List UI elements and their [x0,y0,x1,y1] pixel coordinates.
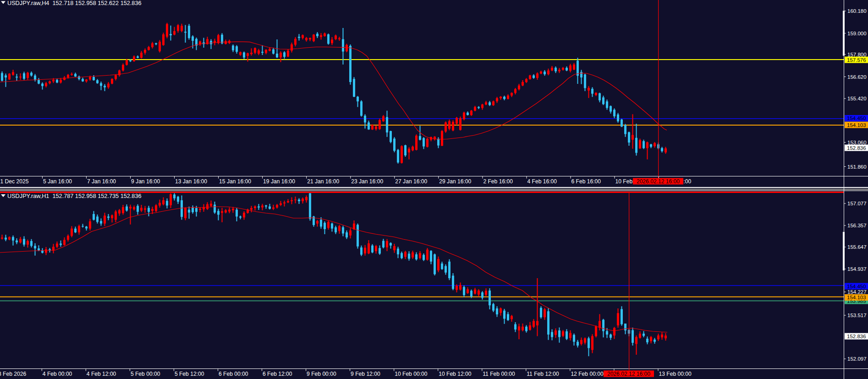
svg-text:156.357: 156.357 [847,223,867,228]
svg-text:6 Feb 16:00: 6 Feb 16:00 [571,178,601,185]
svg-text:2 Feb 16:00: 2 Feb 16:00 [483,178,513,185]
svg-text:154.103: 154.103 [847,295,866,300]
svg-text:5 Feb 00:00: 5 Feb 00:00 [131,371,160,377]
svg-text:23 Jan 16:00: 23 Jan 16:00 [351,178,383,185]
svg-text:9 Jan 16:00: 9 Jan 16:00 [131,178,160,185]
svg-text:19 Jan 16:00: 19 Jan 16:00 [263,178,295,185]
svg-text:2026.02.12 16:00: 2026.02.12 16:00 [637,178,680,185]
svg-text:151.860: 151.860 [847,164,867,170]
svg-text:154.450: 154.450 [847,284,866,289]
svg-text:153.060: 153.060 [847,140,867,145]
svg-text:157.576: 157.576 [847,57,866,63]
svg-text:154.937: 154.937 [847,266,867,272]
svg-text:9 Feb 00:00: 9 Feb 00:00 [307,371,336,377]
svg-text:USDJPY.raw,H4 152.718 152.958: USDJPY.raw,H4 152.718 152.958 152.622 15… [7,0,142,6]
svg-text:155.420: 155.420 [847,96,867,101]
svg-text:11 Feb 00:00: 11 Feb 00:00 [483,371,515,377]
svg-text:160.180: 160.180 [847,8,867,14]
svg-text:5 Feb 12:00: 5 Feb 12:00 [175,371,204,377]
svg-text:4 Feb 00:00: 4 Feb 00:00 [43,371,72,377]
svg-text:5 Jan 16:00: 5 Jan 16:00 [43,178,72,185]
svg-text:152.836: 152.836 [847,334,866,339]
svg-text:154.227: 154.227 [847,289,867,295]
svg-text:10 Feb 00:00: 10 Feb 00:00 [395,371,428,377]
svg-text:154.450: 154.450 [847,115,866,121]
svg-text:4 Feb 16:00: 4 Feb 16:00 [527,178,557,185]
svg-text:29 Jan 16:00: 29 Jan 16:00 [439,178,471,185]
svg-text:21 Jan 16:00: 21 Jan 16:00 [307,178,339,185]
svg-text:27 Jan 16:00: 27 Jan 16:00 [395,178,427,185]
svg-text:155.647: 155.647 [847,244,867,250]
svg-text::00: :00 [684,178,692,185]
svg-text:13 Jan 16:00: 13 Jan 16:00 [175,178,207,185]
svg-text:10 Feb 12:00: 10 Feb 12:00 [439,371,472,377]
svg-text:12 Feb 00:00: 12 Feb 00:00 [571,371,604,377]
svg-text:2026.02.12 16:00: 2026.02.12 16:00 [607,371,650,377]
svg-text:3 Feb 2026: 3 Feb 2026 [0,371,26,377]
svg-text:9 Feb 12:00: 9 Feb 12:00 [351,371,380,377]
svg-text:157.077: 157.077 [847,201,867,206]
svg-text:6 Feb 00:00: 6 Feb 00:00 [219,371,248,377]
svg-text:7 Jan 16:00: 7 Jan 16:00 [87,178,116,185]
svg-text:159.000: 159.000 [847,31,867,36]
svg-text:152.836: 152.836 [847,145,866,151]
svg-text:1 Dec 2025: 1 Dec 2025 [0,178,29,185]
svg-text:157.800: 157.800 [847,52,867,57]
svg-text:156.620: 156.620 [847,74,867,80]
svg-text:152.097: 152.097 [847,356,867,362]
svg-text:6 Feb 12:00: 6 Feb 12:00 [263,371,292,377]
svg-text:4 Feb 12:00: 4 Feb 12:00 [87,371,116,377]
svg-text:153.517: 153.517 [847,313,867,318]
svg-text:15 Jan 16:00: 15 Jan 16:00 [219,178,251,185]
svg-text:11 Feb 12:00: 11 Feb 12:00 [527,371,559,377]
svg-text:13 Feb 00:00: 13 Feb 00:00 [659,371,692,377]
svg-text:154.103: 154.103 [847,122,866,128]
svg-text:USDJPY.raw,H1 152.787 152.958: USDJPY.raw,H1 152.787 152.958 152.735 15… [7,193,142,199]
